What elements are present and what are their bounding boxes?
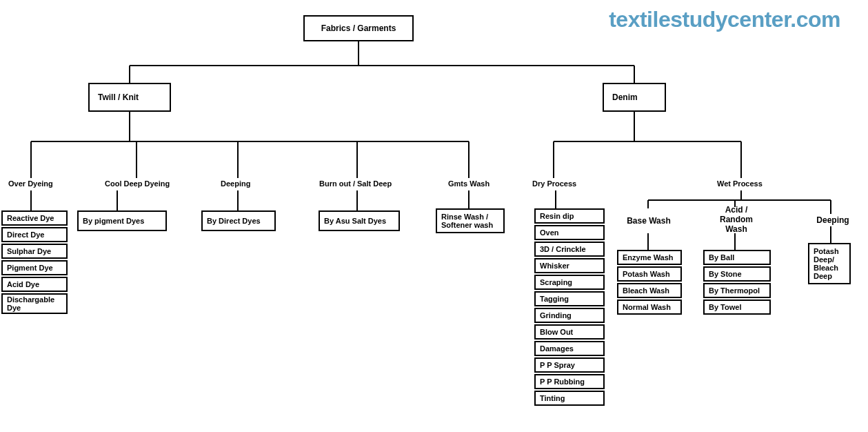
acid-0: By Ball bbox=[703, 250, 771, 265]
dry-1: Oven bbox=[534, 225, 605, 240]
wet-deeping-item: Potash Deep/ Bleach Deep bbox=[808, 243, 851, 284]
watermark-text: textilestudycenter.com bbox=[609, 7, 840, 32]
wet-deeping-label: Deeping bbox=[814, 214, 852, 226]
denim-node: Denim bbox=[603, 83, 666, 112]
deeping-item: By Direct Dyes bbox=[201, 210, 276, 231]
dry-9: P P Spray bbox=[534, 357, 605, 373]
dry-3: Whisker bbox=[534, 258, 605, 273]
gmts-label: Gmts Wash bbox=[448, 179, 489, 188]
dry-5: Tagging bbox=[534, 291, 605, 306]
od-1: Direct Dye bbox=[1, 227, 68, 242]
base-2: Bleach Wash bbox=[617, 283, 682, 298]
dry-2: 3D / Crinckle bbox=[534, 242, 605, 257]
burnout-label: Burn out / Salt Deep bbox=[319, 179, 392, 188]
over-dyeing-label: Over Dyeing bbox=[8, 179, 53, 188]
wet-label: Wet Process bbox=[717, 179, 763, 188]
dry-label: Dry Process bbox=[532, 179, 576, 188]
base-1: Potash Wash bbox=[617, 266, 682, 282]
cool-deep-item: By pigment Dyes bbox=[77, 210, 167, 231]
dry-10: P P Rubbing bbox=[534, 374, 605, 389]
root-node: Fabrics / Garments bbox=[303, 15, 414, 41]
gmts-item: Rinse Wash / Softener wash bbox=[436, 208, 505, 233]
acid-3: By Towel bbox=[703, 300, 771, 315]
od-2: Sulphar Dye bbox=[1, 244, 68, 259]
twill-node: Twill / Knit bbox=[88, 83, 171, 112]
base-0: Enzyme Wash bbox=[617, 250, 682, 265]
base-3: Normal Wash bbox=[617, 300, 682, 315]
burnout-item: By Asu Salt Dyes bbox=[319, 210, 400, 231]
acid-2: By Thermopol bbox=[703, 283, 771, 298]
acid-label: Acid / Random Wash bbox=[703, 207, 769, 232]
cool-deep-label: Cool Deep Dyeing bbox=[105, 179, 170, 188]
acid-1: By Stone bbox=[703, 266, 771, 282]
dry-4: Scraping bbox=[534, 275, 605, 290]
od-5: Dischargable Dye bbox=[1, 293, 68, 314]
dry-6: Grinding bbox=[534, 308, 605, 323]
dry-7: Blow Out bbox=[534, 324, 605, 340]
dry-0: Resin dip bbox=[534, 208, 605, 224]
deeping-label: Deeping bbox=[221, 179, 250, 188]
od-3: Pigment Dye bbox=[1, 260, 68, 275]
od-4: Acid Dye bbox=[1, 277, 68, 292]
dry-8: Damages bbox=[534, 341, 605, 356]
base-label: Base Wash bbox=[619, 208, 678, 233]
od-0: Reactive Dye bbox=[1, 210, 68, 226]
dry-11: Tinting bbox=[534, 391, 605, 406]
